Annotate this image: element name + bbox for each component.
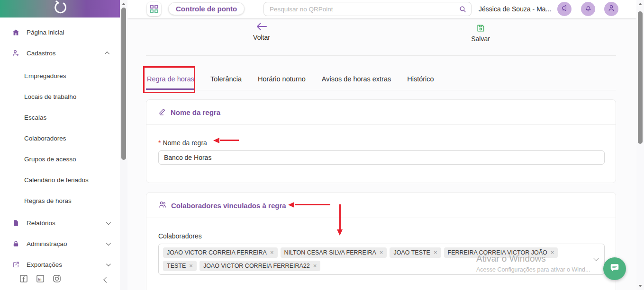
svg-text:in: in xyxy=(38,277,41,281)
sidebar-nav: Página inicialCadastrosEmpregadoresLocai… xyxy=(0,18,120,275)
collaborator-tag: FERREIRA CORREIA VICTOR JOÃO× xyxy=(444,247,558,258)
sidebar-footer: in xyxy=(0,269,120,290)
scroll-down-icon[interactable] xyxy=(638,285,642,287)
collaborators-card: Colaboradores vinculados à regra Colabor… xyxy=(146,192,616,290)
sidebar-logo-header xyxy=(0,0,120,18)
remove-tag-icon[interactable]: × xyxy=(434,250,437,255)
page-scrollbar-thumb[interactable] xyxy=(638,11,643,144)
remove-tag-icon[interactable]: × xyxy=(270,250,274,255)
collaborator-tag-label: JOAO VICTOR CORREIA FERREIRA22 xyxy=(203,263,310,269)
qrpoint-app: Página inicialCadastrosEmpregadoresLocai… xyxy=(0,0,644,290)
sidebar-item-label: Cadastros xyxy=(27,50,100,57)
sidebar: Página inicialCadastrosEmpregadoresLocai… xyxy=(0,0,120,290)
sidebar-item-label: Página inicial xyxy=(27,29,109,36)
content-area: Voltar Salvar Regra de horasTolerânciaHo… xyxy=(127,18,636,290)
apps-grid-icon xyxy=(150,5,158,13)
tab-bar: Regra de horasTolerânciaHorário noturnoA… xyxy=(146,67,616,90)
sidebar-collapse-icon[interactable] xyxy=(103,277,109,283)
collaborator-tag-label: JOAO TESTE xyxy=(393,249,430,256)
apps-grid-button[interactable] xyxy=(147,2,161,16)
sidebar-subitem-locais-de-trabalho[interactable]: Locais de trabalho xyxy=(0,86,120,107)
edit-pencil-icon xyxy=(158,107,166,117)
chat-fab-button[interactable] xyxy=(603,257,626,280)
rule-name-card-title: Nome da regra xyxy=(171,108,220,116)
collaborators-multiselect[interactable]: JOAO VICTOR CORREIA FERREIRA×NILTON CESA… xyxy=(158,244,605,275)
collaborators-card-header: Colaboradores vinculados à regra xyxy=(146,193,616,218)
tab-regra-de-horas[interactable]: Regra de horas xyxy=(146,67,195,90)
back-button[interactable]: Voltar xyxy=(245,22,278,41)
collaborators-card-title: Colaboradores vinculados à regra xyxy=(171,202,286,210)
megaphone-icon xyxy=(560,4,569,14)
search-input[interactable] xyxy=(270,2,454,16)
report-icon xyxy=(11,219,20,227)
sidebar-subitem-calendario-de-feriados[interactable]: Calendário de feriados xyxy=(0,169,120,190)
collaborator-tag: JOAO VICTOR CORREIA FERREIRA× xyxy=(163,247,278,258)
sidebar-item-label: Administração xyxy=(27,240,100,247)
chevron-up-icon xyxy=(105,51,109,56)
rule-name-input[interactable] xyxy=(158,150,605,165)
instagram-icon[interactable] xyxy=(52,274,62,285)
save-button-label: Salvar xyxy=(464,35,497,43)
chat-bubble-icon xyxy=(609,263,620,275)
remove-tag-icon[interactable]: × xyxy=(551,250,554,255)
collaborator-tag: JOAO VICTOR CORREIA FERREIRA22× xyxy=(200,261,320,271)
remove-tag-icon[interactable]: × xyxy=(380,250,383,255)
remove-tag-icon[interactable]: × xyxy=(313,264,317,268)
sidebar-subitem-grupos-de-acesso[interactable]: Grupos de acesso xyxy=(0,149,120,169)
save-button[interactable]: Salvar xyxy=(464,24,497,43)
profile-button[interactable] xyxy=(604,2,618,16)
sidebar-subitem-regras-de-horas[interactable]: Regras de horas xyxy=(0,190,120,211)
collaborator-tag-label: JOAO VICTOR CORREIA FERREIRA xyxy=(167,249,267,256)
sidebar-item-label: Relatórios xyxy=(27,220,100,227)
topbar: Controle de ponto Jéssica de Souza - Ma.… xyxy=(127,0,636,18)
sidebar-subitem-escalas[interactable]: Escalas xyxy=(0,107,120,128)
sidebar-item-cadastros[interactable]: Cadastros xyxy=(0,43,120,63)
chevron-down-icon xyxy=(106,220,111,225)
sidebar-scrollbar-thumb[interactable] xyxy=(121,8,126,160)
sidebar-item-pagina-inicial[interactable]: Página inicial xyxy=(0,22,120,43)
notifications-button[interactable] xyxy=(581,2,595,16)
arrow-left-icon xyxy=(255,25,268,33)
rule-name-field-label: *Nome da regra xyxy=(158,139,604,147)
linkedin-icon[interactable]: in xyxy=(36,274,45,285)
announcements-button[interactable] xyxy=(557,2,571,16)
collaborators-field-label: Colaboradores xyxy=(158,232,604,240)
collaborator-tag-label: TESTE xyxy=(167,263,186,269)
sidebar-item-administracao[interactable]: Administração xyxy=(0,233,120,254)
user-name[interactable]: Jéssica de Souza - Ma... xyxy=(479,5,551,13)
collaborator-tag-label: FERREIRA CORREIA VICTOR JOÃO xyxy=(448,249,547,256)
toolbar-divider xyxy=(146,55,616,56)
collaborator-tag: JOAO TESTE× xyxy=(390,247,441,258)
tab-avisos-de-horas-extras[interactable]: Avisos de horas extras xyxy=(321,67,392,90)
tab-historico[interactable]: Histórico xyxy=(406,67,435,90)
user-add-icon xyxy=(11,49,20,57)
remove-tag-icon[interactable]: × xyxy=(189,264,193,268)
rule-name-card-header: Nome da regra xyxy=(146,100,616,125)
scroll-up-icon[interactable] xyxy=(638,3,642,5)
required-marker: * xyxy=(158,139,161,147)
collaborator-tag: NILTON CESAR SILVA FERREIRA× xyxy=(281,247,387,258)
chevron-down-icon[interactable] xyxy=(593,255,599,261)
facebook-icon[interactable] xyxy=(19,274,28,285)
app-badge[interactable]: Controle de ponto xyxy=(168,2,245,15)
search-icon[interactable] xyxy=(459,5,467,15)
profile-icon xyxy=(607,4,616,14)
collaborator-tag-label: NILTON CESAR SILVA FERREIRA xyxy=(284,249,376,256)
save-icon xyxy=(476,26,485,34)
people-icon xyxy=(158,200,167,211)
sidebar-item-relatorios[interactable]: Relatórios xyxy=(0,212,120,233)
sidebar-subitem-colaboradores[interactable]: Colaboradores xyxy=(0,128,120,149)
chevron-down-icon xyxy=(106,262,111,266)
qrpoint-logo-icon xyxy=(52,0,69,18)
home-icon xyxy=(11,28,20,36)
lock-icon xyxy=(11,239,20,248)
bell-icon xyxy=(584,4,592,14)
sidebar-subitem-empregadores[interactable]: Empregadores xyxy=(0,65,120,86)
main-area: Controle de ponto Jéssica de Souza - Ma.… xyxy=(127,0,636,290)
tab-horario-noturno[interactable]: Horário noturno xyxy=(257,67,307,90)
page-scrollbar[interactable] xyxy=(636,0,644,290)
sidebar-item-label: Exportações xyxy=(27,261,100,268)
scroll-up-icon[interactable] xyxy=(122,3,126,5)
sidebar-scrollbar[interactable] xyxy=(120,0,127,290)
tab-tolerancia[interactable]: Tolerância xyxy=(209,67,243,90)
